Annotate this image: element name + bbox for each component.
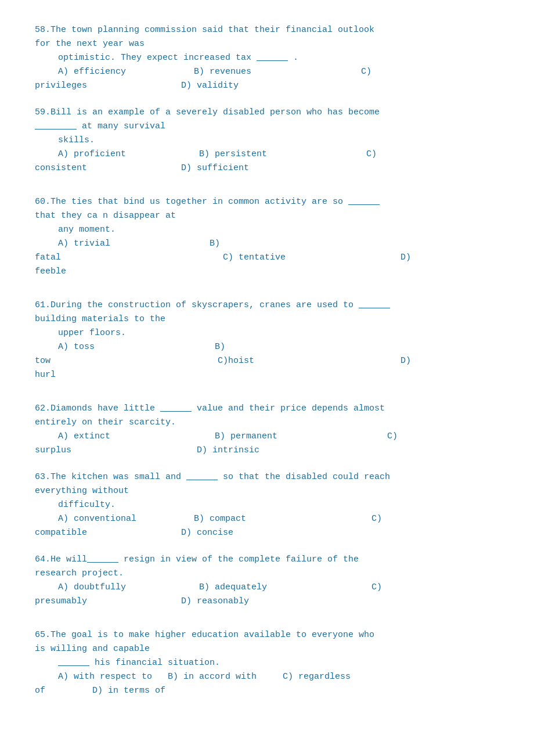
q65-line3: ______ his financial situation.	[35, 656, 499, 670]
q65-opt-row2: of D) in terms of	[35, 684, 499, 698]
q61-opt-row3: hurl	[35, 368, 499, 382]
q58-line1: 58.The town planning commission said tha…	[35, 23, 499, 37]
q63-line1: 63.The kitchen was small and ______ so t…	[35, 470, 499, 484]
q59-line1: 59.Bill is an example of a severely disa…	[35, 106, 499, 120]
q61-line3: upper floors.	[35, 326, 499, 340]
q58-line2: for the next year was	[35, 37, 499, 51]
question-65: 65.The goal is to make higher education …	[35, 628, 499, 698]
q58-line3: optimistic. They expect increased tax __…	[35, 51, 499, 65]
q63-options: A) conventional B) compact C) compatible…	[35, 512, 499, 540]
q58-opt-row2: privileges D) validity	[35, 79, 499, 93]
q64-options: A) doubtfully B) adequately C) presumabl…	[35, 581, 499, 609]
q63-line3: difficulty.	[35, 498, 499, 512]
q59-options: A) proficient B) persistent C) consisten…	[35, 147, 499, 175]
question-64: 64.He will______ resign in view of the c…	[35, 553, 499, 609]
q61-line2: building materials to the	[35, 312, 499, 326]
q60-opt-row1: A) trivial B)	[35, 237, 499, 251]
q61-line1: 61.During the construction of skyscraper…	[35, 298, 499, 312]
q62-opt-row2: surplus D) intrinsic	[35, 444, 499, 458]
q60-opt-row2: fatal C) tentative D)	[35, 251, 499, 265]
q63-opt-row2: compatible D) concise	[35, 526, 499, 540]
q65-opt-row1: A) with respect to B) in accord with C) …	[35, 670, 499, 684]
q62-options: A) extinct B) permanent C) surplus D) in…	[35, 430, 499, 458]
q63-line2: everything without	[35, 484, 499, 498]
q59-line2: ________ at many survival	[35, 120, 499, 134]
question-63: 63.The kitchen was small and ______ so t…	[35, 470, 499, 540]
q62-opt-row1: A) extinct B) permanent C)	[35, 430, 499, 444]
q62-line1: 62.Diamonds have little ______ value and…	[35, 402, 499, 416]
q60-options: A) trivial B) fatal C) tentative D) feeb…	[35, 237, 499, 279]
q65-options: A) with respect to B) in accord with C) …	[35, 670, 499, 698]
question-60: 60.The ties that bind us together in com…	[35, 195, 499, 279]
q65-line2: is willing and capable	[35, 642, 499, 656]
question-58: 58.The town planning commission said tha…	[35, 23, 499, 93]
q65-with-word: with	[236, 672, 257, 682]
q60-line3: any moment.	[35, 223, 499, 237]
q60-line1: 60.The ties that bind us together in com…	[35, 195, 499, 209]
q64-opt-row1: A) doubtfully B) adequately C)	[35, 581, 499, 595]
question-59: 59.Bill is an example of a severely disa…	[35, 106, 499, 175]
q64-opt-row2: presumably D) reasonably	[35, 595, 499, 609]
q65-line1: 65.The goal is to make higher education …	[35, 628, 499, 642]
q63-opt-row1: A) conventional B) compact C)	[35, 512, 499, 526]
q61-options: A) toss B) tow C)hoist D) hurl	[35, 340, 499, 382]
exam-content: 58.The town planning commission said tha…	[35, 23, 499, 698]
q59-opt-row1: A) proficient B) persistent C)	[35, 147, 499, 161]
q59-line3: skills.	[35, 134, 499, 147]
question-62: 62.Diamonds have little ______ value and…	[35, 402, 499, 458]
q58-options: A) efficiency B) revenues C) privileges …	[35, 65, 499, 93]
q59-opt-row2: consistent D) sufficient	[35, 161, 499, 175]
q64-line2: research project.	[35, 567, 499, 581]
q64-line1: 64.He will______ resign in view of the c…	[35, 553, 499, 567]
q61-opt-row2: tow C)hoist D)	[35, 354, 499, 368]
q61-opt-row1: A) toss B)	[35, 340, 499, 354]
q60-opt-row3: feeble	[35, 265, 499, 279]
q60-line2: that they ca n disappear at	[35, 209, 499, 223]
q58-opt-row1: A) efficiency B) revenues C)	[35, 65, 499, 79]
q62-line2: entirely on their scarcity.	[35, 416, 499, 430]
question-61: 61.During the construction of skyscraper…	[35, 298, 499, 382]
